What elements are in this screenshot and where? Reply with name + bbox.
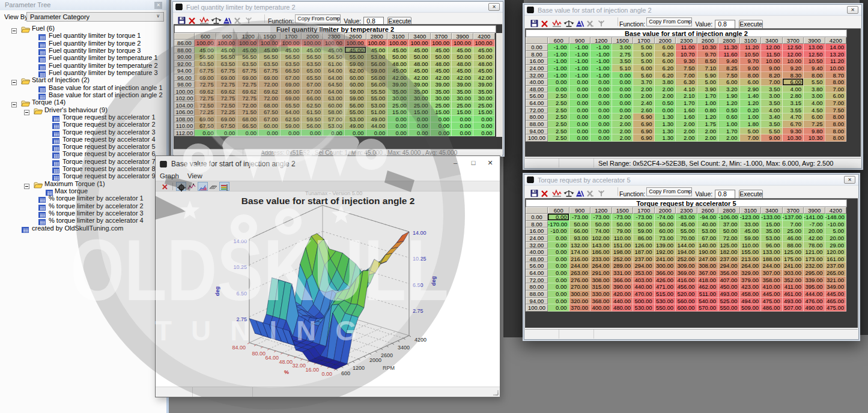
svg-text:deg: deg <box>431 276 437 286</box>
svg-text:48.00: 48.00 <box>279 359 293 365</box>
svg-text:4200: 4200 <box>414 337 426 343</box>
svg-text:deg: deg <box>214 286 220 296</box>
svg-text:32.00: 32.00 <box>292 363 306 369</box>
svg-text:2.75: 2.75 <box>413 308 423 314</box>
svg-text:14.00: 14.00 <box>233 238 247 244</box>
svg-text:RPM: RPM <box>383 365 395 371</box>
svg-text:16.00: 16.00 <box>305 367 319 373</box>
svg-text:10.25: 10.25 <box>233 264 247 270</box>
svg-text:0.00: 0.00 <box>321 371 332 377</box>
svg-text:2000: 2000 <box>369 357 381 363</box>
svg-text:84.00: 84.00 <box>232 345 246 351</box>
svg-text:10.25: 10.25 <box>413 256 426 262</box>
svg-text:14.00: 14.00 <box>413 230 426 236</box>
svg-text:%: % <box>284 369 289 375</box>
svg-text:1200: 1200 <box>353 365 365 371</box>
svg-text:2.75: 2.75 <box>236 316 247 322</box>
svg-text:600: 600 <box>341 370 350 376</box>
svg-text:2600: 2600 <box>381 352 393 358</box>
svg-text:64.00: 64.00 <box>265 355 279 361</box>
svg-text:6.50: 6.50 <box>236 291 247 297</box>
svg-text:80.00: 80.00 <box>252 351 266 357</box>
svg-text:6.50: 6.50 <box>413 282 423 288</box>
svg-text:3400: 3400 <box>398 345 410 351</box>
